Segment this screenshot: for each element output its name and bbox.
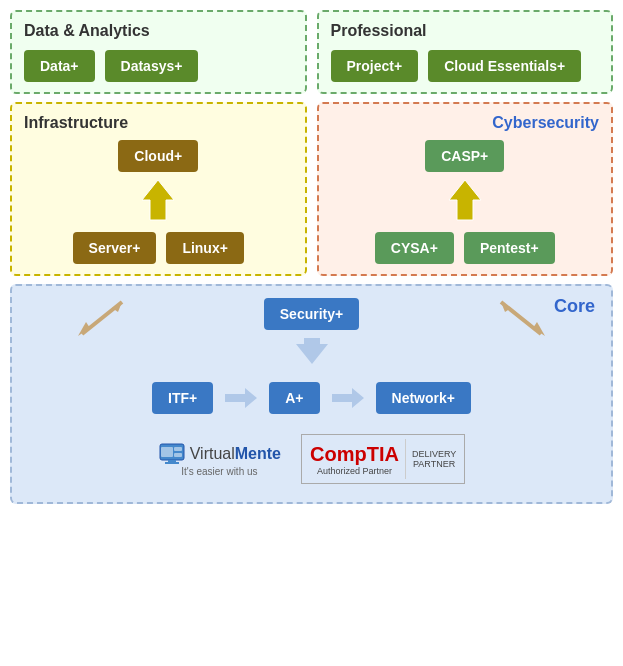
diag-left-arrow [76, 298, 126, 338]
pentest-plus-button[interactable]: Pentest+ [464, 232, 555, 264]
professional-title: Professional [331, 22, 600, 40]
core-title: Core [554, 296, 595, 317]
arrow-itf-to-a [223, 386, 259, 410]
server-plus-button[interactable]: Server+ [73, 232, 157, 264]
svg-rect-14 [165, 462, 179, 464]
vm-brand-text: VirtualMente [190, 445, 281, 463]
svg-marker-11 [332, 388, 364, 408]
infra-bottom-row: Server+ Linux+ [73, 232, 244, 264]
data-plus-button[interactable]: Data+ [24, 50, 95, 82]
comptia-sub: Authorized Partner [317, 466, 392, 476]
diag-right-arrow [497, 298, 547, 338]
cybersecurity-title: Cybersecurity [331, 114, 600, 132]
vm-icon [158, 442, 186, 466]
svg-marker-6 [296, 338, 328, 364]
infrastructure-box: Infrastructure Cloud+ Server+ Linux+ [10, 102, 307, 276]
cloud-essentials-button[interactable]: Cloud Essentials+ [428, 50, 581, 82]
itf-plus-button[interactable]: ITF+ [152, 382, 213, 414]
core-box: Core Security+ [10, 284, 613, 504]
partner-label: PARTNER [413, 459, 455, 469]
cyber-content: CASP+ CYSA+ Pentest+ [331, 140, 600, 264]
logos-row: VirtualMente It's easier with us CompTIA… [26, 428, 597, 490]
svg-marker-1 [449, 180, 481, 220]
data-analytics-box: Data & Analytics Data+ Datasys+ [10, 10, 307, 94]
infra-content: Cloud+ Server+ Linux+ [24, 140, 293, 264]
professional-btn-row: Project+ Cloud Essentials+ [331, 50, 600, 82]
cyber-up-arrow [445, 178, 485, 222]
core-bottom-row: ITF+ A+ Network+ [26, 382, 597, 414]
cysa-plus-button[interactable]: CYSA+ [375, 232, 454, 264]
comptia-partner: DELIVERY PARTNER [412, 449, 456, 469]
svg-rect-15 [161, 447, 173, 457]
datasys-plus-button[interactable]: Datasys+ [105, 50, 199, 82]
arrow-a-to-network [330, 386, 366, 410]
casp-plus-button[interactable]: CASP+ [425, 140, 504, 172]
comptia-divider [405, 439, 406, 479]
svg-rect-17 [174, 453, 182, 457]
middle-row: Infrastructure Cloud+ Server+ Linux+ Cyb… [10, 102, 613, 276]
comptia-name: CompTIA [310, 443, 399, 466]
svg-marker-0 [142, 180, 174, 220]
vm-tagline: It's easier with us [181, 466, 257, 477]
project-plus-button[interactable]: Project+ [331, 50, 419, 82]
comptia-main: CompTIA Authorized Partner [310, 443, 399, 476]
professional-box: Professional Project+ Cloud Essentials+ [317, 10, 614, 94]
delivery-label: DELIVERY [412, 449, 456, 459]
linux-plus-button[interactable]: Linux+ [166, 232, 244, 264]
diag-arrows-wrap: Security+ [26, 298, 597, 366]
virtuallymente-logo: VirtualMente It's easier with us [158, 442, 281, 477]
main-container: Data & Analytics Data+ Datasys+ Professi… [0, 0, 623, 666]
data-analytics-title: Data & Analytics [24, 22, 293, 40]
svg-rect-16 [174, 447, 182, 451]
vm-brand-bold: Mente [235, 445, 281, 462]
cybersecurity-box: Cybersecurity CASP+ CYSA+ Pentest+ [317, 102, 614, 276]
data-analytics-btn-row: Data+ Datasys+ [24, 50, 293, 82]
cloud-plus-button[interactable]: Cloud+ [118, 140, 198, 172]
cyber-bottom-row: CYSA+ Pentest+ [375, 232, 555, 264]
infra-up-arrow [138, 178, 178, 222]
security-down-arrow [292, 336, 332, 366]
network-plus-button[interactable]: Network+ [376, 382, 471, 414]
top-row: Data & Analytics Data+ Datasys+ Professi… [10, 10, 613, 94]
security-plus-button[interactable]: Security+ [264, 298, 359, 330]
infra-arrow-wrap [138, 178, 178, 222]
infrastructure-title: Infrastructure [24, 114, 293, 132]
svg-marker-10 [225, 388, 257, 408]
cyber-arrow-wrap [445, 178, 485, 222]
comptia-logo: CompTIA Authorized Partner DELIVERY PART… [301, 434, 465, 484]
a-plus-button[interactable]: A+ [269, 382, 319, 414]
